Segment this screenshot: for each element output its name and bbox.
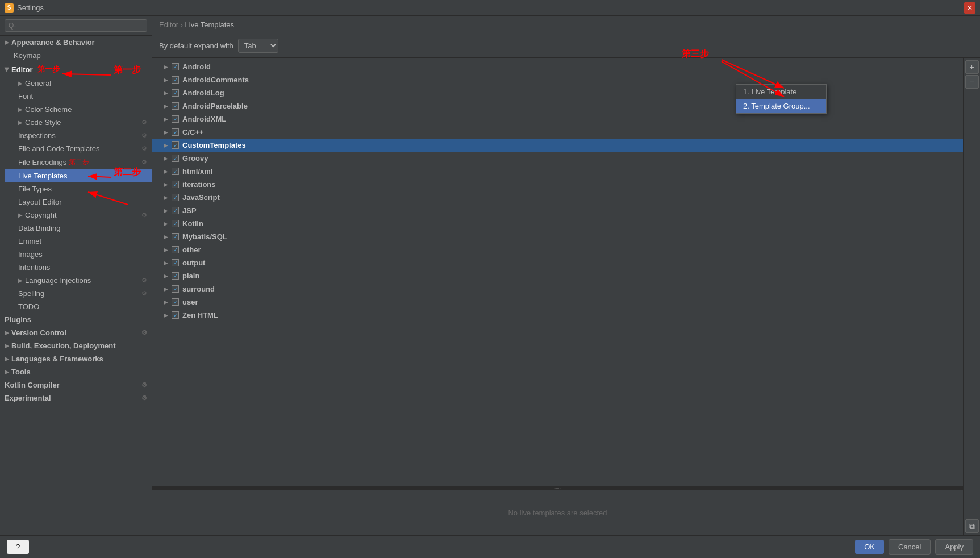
sidebar-item-inspections[interactable]: Inspections ⚙: [5, 129, 152, 142]
sidebar-item-build-exec[interactable]: ▶ Build, Execution, Deployment: [0, 339, 152, 352]
template-name: Groovy: [182, 154, 208, 163]
template-row-output[interactable]: ▶ output: [152, 256, 963, 269]
sidebar-item-lang-frameworks[interactable]: ▶ Languages & Frameworks: [0, 352, 152, 365]
checkbox-android-parcelable[interactable]: [172, 102, 179, 110]
close-button[interactable]: ✕: [964, 2, 975, 14]
checkbox-jsp[interactable]: [172, 207, 179, 214]
dropdown-item-live-template[interactable]: 1. Live Template: [736, 85, 826, 99]
sidebar-item-plugins[interactable]: Plugins: [0, 313, 152, 326]
checkbox-cpp[interactable]: [172, 128, 179, 136]
sidebar-item-kotlin-compiler[interactable]: Kotlin Compiler ⚙: [0, 378, 152, 392]
template-row-android[interactable]: ▶ Android: [152, 60, 963, 73]
copy-button[interactable]: ⧉: [965, 519, 979, 533]
sidebar-label-version-control: Version Control: [11, 328, 66, 337]
sidebar-item-data-binding[interactable]: Data Binding: [5, 222, 152, 235]
chevron-right-icon: ▶: [164, 207, 168, 214]
chevron-right-icon: ▶: [164, 116, 168, 122]
gear-icon: ⚙: [141, 119, 147, 126]
checkbox-android-xml[interactable]: [172, 115, 179, 123]
sidebar-item-spelling[interactable]: Spelling ⚙: [5, 287, 152, 300]
sidebar-label-keymap: Keymap: [14, 51, 41, 60]
help-button[interactable]: ?: [7, 540, 29, 554]
template-row-android-parcelable[interactable]: ▶ AndroidParcelable: [152, 99, 963, 113]
sidebar-item-tools[interactable]: ▶ Tools: [0, 365, 152, 378]
sidebar-label-code-style: Code Style: [25, 118, 61, 127]
checkbox-zen-html[interactable]: [172, 311, 179, 319]
sidebar-item-appearance[interactable]: ▶ Appearance & Behavior: [0, 36, 152, 49]
checkbox-android[interactable]: [172, 63, 179, 70]
template-row-surround[interactable]: ▶ surround: [152, 282, 963, 295]
template-row-cpp[interactable]: ▶ C/C++: [152, 126, 963, 139]
sidebar-item-language-injections[interactable]: ▶ Language Injections ⚙: [5, 274, 152, 287]
sidebar-item-general[interactable]: ▶ General: [5, 77, 152, 90]
sidebar-item-emmet[interactable]: Emmet: [5, 235, 152, 248]
template-name: CustomTemplates: [182, 141, 246, 149]
checkbox-javascript[interactable]: [172, 194, 179, 201]
sidebar-item-file-encodings[interactable]: File Encodings 第二步 ⚙: [5, 155, 152, 169]
search-input[interactable]: [5, 19, 147, 32]
template-row-groovy[interactable]: ▶ Groovy: [152, 152, 963, 165]
chevron-right-icon: ▶: [5, 356, 9, 362]
sidebar-item-code-style[interactable]: ▶ Code Style ⚙: [5, 116, 152, 129]
sidebar-item-experimental[interactable]: Experimental ⚙: [0, 392, 152, 405]
sidebar-item-font[interactable]: Font: [5, 90, 152, 103]
sidebar-item-live-templates[interactable]: Live Templates: [5, 169, 152, 182]
checkbox-kotlin[interactable]: [172, 220, 179, 227]
checkbox-android-comments[interactable]: [172, 76, 179, 84]
sidebar-item-file-types[interactable]: File Types: [5, 182, 152, 195]
sidebar-item-version-control[interactable]: ▶ Version Control ⚙: [0, 326, 152, 339]
template-row-iterations[interactable]: ▶ iterations: [152, 178, 963, 191]
expand-with-select[interactable]: Tab Enter Space: [238, 39, 278, 53]
template-row-plain[interactable]: ▶ plain: [152, 269, 963, 282]
sidebar-item-intentions[interactable]: Intentions: [5, 261, 152, 274]
checkbox-mybatis[interactable]: [172, 233, 179, 240]
add-button[interactable]: +: [965, 60, 979, 74]
ok-button[interactable]: OK: [855, 540, 884, 554]
sidebar-label-intentions: Intentions: [18, 263, 50, 272]
sidebar-item-images[interactable]: Images: [5, 248, 152, 261]
sidebar-label-editor: Editor: [11, 65, 33, 74]
checkbox-groovy[interactable]: [172, 155, 179, 162]
template-row-html-xml[interactable]: ▶ html/xml: [152, 165, 963, 178]
dropdown-item-template-group[interactable]: 2. Template Group...: [736, 99, 826, 113]
template-row-android-xml[interactable]: ▶ AndroidXML: [152, 113, 963, 126]
apply-button[interactable]: Apply: [935, 539, 973, 555]
checkbox-surround[interactable]: [172, 285, 179, 293]
template-row-kotlin[interactable]: ▶ Kotlin: [152, 217, 963, 230]
template-row-mybatis[interactable]: ▶ Mybatis/SQL: [152, 230, 963, 243]
chevron-right-icon: ▶: [164, 64, 168, 70]
checkbox-output[interactable]: [172, 259, 179, 266]
checkbox-user[interactable]: [172, 298, 179, 306]
template-row-custom-templates[interactable]: ▶ CustomTemplates: [152, 139, 963, 152]
checkbox-iterations[interactable]: [172, 181, 179, 188]
template-row-android-log[interactable]: ▶ AndroidLog: [152, 86, 963, 99]
template-name: JavaScript: [182, 193, 220, 202]
list-container: ▶ Android ▶ AndroidComments ▶ AndroidLog: [152, 58, 963, 535]
sidebar-item-color-scheme[interactable]: ▶ Color Scheme: [5, 103, 152, 116]
checkbox-plain[interactable]: [172, 272, 179, 280]
sidebar-item-editor[interactable]: ▶ Editor 第一步: [0, 62, 152, 77]
template-row-user[interactable]: ▶ user: [152, 295, 963, 309]
template-row-other[interactable]: ▶ other: [152, 243, 963, 256]
sidebar-label-lang-frameworks: Languages & Frameworks: [11, 355, 103, 363]
list-panel: ▶ Android ▶ AndroidComments ▶ AndroidLog: [152, 58, 980, 535]
checkbox-android-log[interactable]: [172, 89, 179, 97]
sidebar-item-todo[interactable]: TODO: [5, 300, 152, 313]
checkbox-html-xml[interactable]: [172, 168, 179, 175]
remove-button[interactable]: −: [965, 75, 979, 89]
gear-icon: ⚙: [141, 277, 147, 284]
chevron-right-icon: ▶: [18, 80, 23, 86]
checkbox-custom-templates[interactable]: [172, 141, 179, 149]
template-row-android-comments[interactable]: ▶ AndroidComments: [152, 73, 963, 86]
sidebar-item-layout-editor[interactable]: Layout Editor: [5, 195, 152, 209]
chevron-right-icon: ▶: [164, 181, 168, 188]
sidebar-item-file-code-templates[interactable]: File and Code Templates ⚙: [5, 142, 152, 155]
template-row-jsp[interactable]: ▶ JSP: [152, 204, 963, 217]
template-row-zen-html[interactable]: ▶ Zen HTML: [152, 309, 963, 322]
cancel-button[interactable]: Cancel: [889, 539, 931, 555]
checkbox-other[interactable]: [172, 246, 179, 253]
sidebar-item-copyright[interactable]: ▶ Copyright ⚙: [5, 209, 152, 222]
sidebar-label-language-injections: Language Injections: [25, 276, 91, 285]
sidebar-item-keymap[interactable]: Keymap: [0, 49, 152, 62]
template-row-javascript[interactable]: ▶ JavaScript: [152, 191, 963, 204]
